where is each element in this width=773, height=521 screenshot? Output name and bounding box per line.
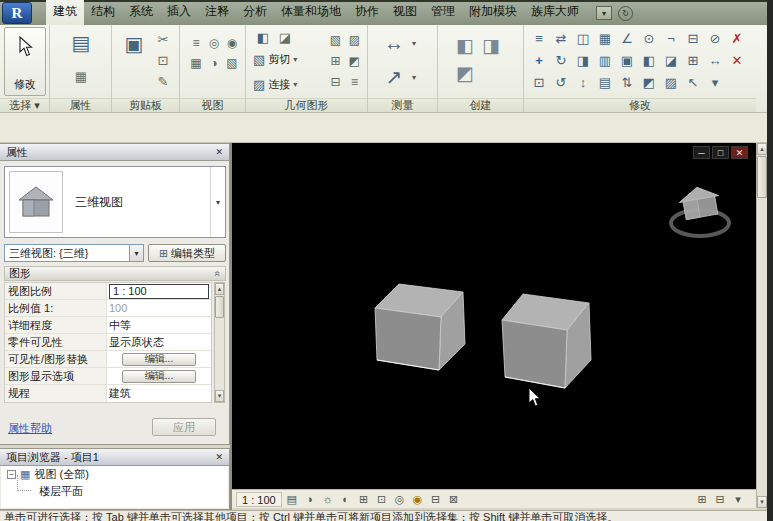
scroll-up-icon[interactable]: ▴ xyxy=(215,283,224,295)
view-scale-button[interactable]: 1 : 100 xyxy=(236,492,282,507)
create-similar-icon[interactable]: ◧ xyxy=(452,31,478,59)
offset-face-icon[interactable]: ▧ xyxy=(326,29,345,50)
scroll-down-icon[interactable]: ▾ xyxy=(757,496,767,508)
cutaway-views-icon[interactable]: ▦ xyxy=(187,53,205,73)
view-options-icon[interactable]: ⊟ xyxy=(712,492,728,507)
project-browser-close-button[interactable]: ✕ xyxy=(215,452,223,462)
copy-to-clipboard-icon[interactable]: ⊡ xyxy=(154,51,172,69)
show-hidden-lines-icon[interactable]: ◎ xyxy=(205,33,223,53)
measure-dropdown-icon[interactable]: ▾ xyxy=(412,73,416,82)
pin-icon[interactable]: ⊙ xyxy=(638,27,660,49)
tab-analyze[interactable]: 分析 xyxy=(236,0,274,25)
measure-dropdown-icon[interactable]: ▾ xyxy=(412,39,416,48)
copy-icon[interactable]: ⊡ xyxy=(528,71,550,93)
visibility-edit-button[interactable]: 编辑... xyxy=(122,353,196,366)
visual-style-icon[interactable]: ◑ xyxy=(302,492,318,507)
delete-icon[interactable]: ✗ xyxy=(726,27,748,49)
tree-item-floor-plans[interactable]: 楼层平面 xyxy=(1,483,228,500)
temporary-hide-isolate-icon[interactable]: ◎ xyxy=(392,492,408,507)
unpin-icon[interactable]: ⊘ xyxy=(704,27,726,49)
type-selector[interactable]: 三维视图 ▾ xyxy=(4,166,226,238)
tree-item-views[interactable]: − ▦ 视图 (全部) xyxy=(1,466,228,483)
create-assembly-icon[interactable]: ◩ xyxy=(452,59,478,87)
cut-profile-icon[interactable]: ◪ xyxy=(660,49,682,71)
demolish-icon[interactable]: ◪ xyxy=(276,28,294,46)
shadows-icon[interactable]: ◐ xyxy=(338,492,354,507)
type-selector-dropdown-icon[interactable]: ▾ xyxy=(210,167,225,237)
viewport-vertical-scrollbar[interactable]: ▴ ▾ xyxy=(756,143,767,508)
scroll-up-icon[interactable]: ▴ xyxy=(757,143,767,155)
drawing-area[interactable]: ─ □ ✕ xyxy=(232,143,756,489)
tab-architecture[interactable]: 建筑 xyxy=(46,0,84,25)
detail-level-value[interactable]: 中等 xyxy=(107,317,211,333)
materials-icon[interactable]: ▦ xyxy=(72,67,90,85)
properties-scrollbar[interactable]: ▴ ▾ xyxy=(214,282,225,403)
array-icon[interactable]: ▦ xyxy=(594,27,616,49)
reveal-hidden-icon[interactable]: ◉ xyxy=(223,33,241,53)
tab-collaborate[interactable]: 协作 xyxy=(348,0,386,25)
modify-tool-button[interactable]: 修改 xyxy=(4,27,46,96)
render-icon[interactable]: ◑ xyxy=(205,53,223,73)
parts-visibility-value[interactable]: 显示原状态 xyxy=(107,334,211,350)
cut-geometry-button[interactable]: ▧ 剪切 ▾ xyxy=(250,50,300,68)
scroll-down-icon[interactable]: ▾ xyxy=(215,390,224,402)
ribbon-cycle-button[interactable]: ↻ xyxy=(618,6,633,21)
array-radial-icon[interactable]: ▥ xyxy=(594,49,616,71)
cancel-icon[interactable]: ✕ xyxy=(726,49,748,71)
tab-addins[interactable]: 附加模块 xyxy=(462,0,524,25)
scale-icon[interactable]: ∠ xyxy=(616,27,638,49)
measure-between-refs-icon[interactable]: ↔ xyxy=(380,29,408,57)
create-group-icon[interactable]: ◨ xyxy=(478,31,504,59)
properties-header[interactable]: 属性 ✕ xyxy=(0,144,229,161)
move-icon[interactable]: + xyxy=(528,49,550,71)
beam-joins-icon[interactable]: ≡ xyxy=(345,71,364,92)
match-type-icon[interactable]: ✎ xyxy=(154,72,172,90)
more-tools-icon[interactable]: ▾ xyxy=(704,71,726,93)
tab-insert[interactable]: 插入 xyxy=(160,0,198,25)
rotate-ccw-icon[interactable]: ↺ xyxy=(550,71,572,93)
cut-dropdown-icon[interactable]: ▾ xyxy=(293,55,297,64)
unjoin-icon[interactable]: ◩ xyxy=(345,50,364,71)
align-icon[interactable]: ≡ xyxy=(528,27,550,49)
edit-type-button[interactable]: ⊞ 编辑类型 xyxy=(148,244,226,262)
paste-aligned-icon[interactable]: ▣ xyxy=(616,49,638,71)
paste-icon[interactable]: ▣ xyxy=(120,30,148,58)
measure-tool-icon[interactable]: ↔ xyxy=(704,49,726,71)
tab-structure[interactable]: 结构 xyxy=(84,0,122,25)
viewcube[interactable] xyxy=(664,181,736,245)
split-face-icon[interactable]: ▨ xyxy=(345,29,364,50)
cope-icon[interactable]: ◧ xyxy=(254,28,272,46)
join-geometry-button[interactable]: ▨ 连接 ▾ xyxy=(250,75,300,93)
cut-to-clipboard-icon[interactable]: ✂ xyxy=(154,30,172,48)
worksharing-display-icon[interactable]: ⊞ xyxy=(694,492,710,507)
properties-help-link[interactable]: 属性帮助 xyxy=(8,421,52,436)
properties-close-button[interactable]: ✕ xyxy=(215,147,223,157)
rotate-icon[interactable]: ↻ xyxy=(550,49,572,71)
view-instance-combo[interactable]: 三维视图: {三维} ▾ xyxy=(4,244,144,262)
tab-family-library-master[interactable]: 族库大师 xyxy=(524,0,586,25)
join-dropdown-icon[interactable]: ▾ xyxy=(293,80,297,89)
wall-join-icon[interactable]: ⊞ xyxy=(682,49,704,71)
properties-palette-icon[interactable]: ▤ xyxy=(67,29,95,57)
close-inactive-icon[interactable]: ▧ xyxy=(223,53,241,73)
face-split-icon[interactable]: ▨ xyxy=(660,71,682,93)
detail-level-icon[interactable]: ▤ xyxy=(284,492,300,507)
show-crop-region-icon[interactable]: ⊡ xyxy=(374,492,390,507)
discipline-value[interactable]: 建筑 xyxy=(107,385,211,402)
panel-label-select[interactable]: 选择 ▾ xyxy=(0,98,49,112)
viewport-minimize-button[interactable]: ─ xyxy=(693,146,710,159)
combo-dropdown-icon[interactable]: ▾ xyxy=(129,245,143,261)
more-options-icon[interactable]: ▾ xyxy=(730,492,746,507)
measure-along-element-icon[interactable]: ↗ xyxy=(380,63,408,91)
tab-massing-site[interactable]: 体量和场地 xyxy=(274,0,348,25)
trim-icon[interactable]: ¬ xyxy=(660,27,682,49)
tab-annotate[interactable]: 注释 xyxy=(198,0,236,25)
tab-manage[interactable]: 管理 xyxy=(424,0,462,25)
reveal-hidden-elements-icon[interactable]: ◉ xyxy=(410,492,426,507)
tab-view[interactable]: 视图 xyxy=(386,0,424,25)
viewport-restore-button[interactable]: □ xyxy=(712,146,729,159)
crop-view-icon[interactable]: ⊞ xyxy=(356,492,372,507)
sun-path-icon[interactable]: ☼ xyxy=(320,492,336,507)
tab-overflow-button[interactable]: ▾ xyxy=(596,6,612,20)
display-options-edit-button[interactable]: 编辑... xyxy=(122,370,196,383)
